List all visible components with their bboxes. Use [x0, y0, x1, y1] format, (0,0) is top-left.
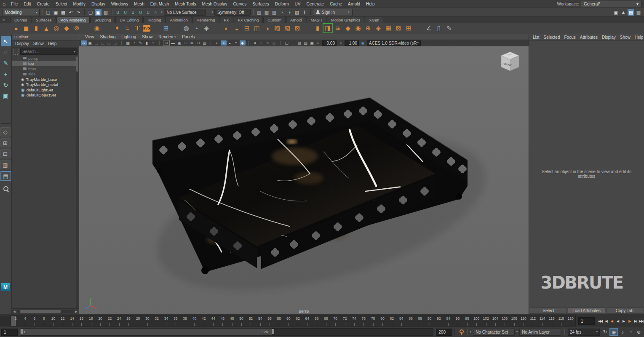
shelf-tab[interactable]: XGen [365, 17, 383, 23]
live-surface-field[interactable]: No Live Surface [164, 9, 206, 16]
pause-viewport-icon[interactable]: ‖ [301, 9, 308, 16]
shelf-tab[interactable]: Animation [166, 17, 192, 23]
combine-icon[interactable]: ⊟ [242, 24, 251, 33]
svg-icon[interactable]: SVG [143, 25, 150, 32]
shelf-tab[interactable]: Curves [10, 17, 31, 23]
shelf-tab[interactable]: Rendering [192, 17, 219, 23]
modeling-toolkit-shelf-icon[interactable]: ⊞ [161, 24, 171, 33]
menubar-item[interactable]: Modify [70, 1, 88, 7]
chevron-down-icon[interactable]: ▾ [470, 330, 472, 334]
outliner-item[interactable]: side [12, 72, 79, 77]
hypershade-icon[interactable]: ◑ [286, 9, 293, 16]
shelf-tab[interactable]: MASH [307, 17, 326, 23]
magnifier-icon[interactable] [3, 186, 8, 191]
menubar-item[interactable]: Deform [272, 1, 292, 7]
shelf-tab[interactable]: Surfaces [32, 17, 56, 23]
poly-disc-icon[interactable]: ⊗ [72, 24, 81, 33]
div4[interactable] [171, 24, 181, 33]
edit-edge-flow-icon[interactable]: ∠ [424, 24, 433, 33]
poly-cube-icon[interactable]: ◼ [21, 24, 31, 33]
outliner-item[interactable]: defaultObjectSet [12, 93, 79, 98]
viewport-menu-item[interactable]: View [83, 35, 97, 39]
plus-icon[interactable]: + [150, 40, 156, 45]
slide-edge-icon[interactable]: ▯ [434, 24, 444, 33]
shelf-menu-icon[interactable]: ≡ [3, 18, 5, 22]
outliner-item[interactable]: TrayMarble_base [12, 77, 79, 82]
menubar-item[interactable]: Edit [21, 1, 34, 7]
chevron-down-icon[interactable]: ▾ [212, 11, 214, 14]
step-back-frame-button[interactable]: ◀| [609, 318, 615, 324]
bookmark-icon[interactable]: ▢ [106, 40, 112, 45]
menubar-item[interactable]: Display [88, 1, 108, 7]
viewport-menu-item[interactable]: Renderer [156, 35, 179, 39]
animation-end-field[interactable]: 200 [436, 329, 452, 336]
layout-single-pane-icon[interactable]: ◇ [0, 127, 11, 136]
gamma-field[interactable]: 1.00 [345, 40, 359, 46]
target-weld-icon[interactable]: ⊕ [363, 24, 373, 33]
workspace-select[interactable]: General* ▾ [581, 1, 641, 7]
outliner-item[interactable]: persp [12, 56, 79, 61]
scroll-left-icon[interactable]: ◀ [12, 310, 17, 313]
tool-settings-icon[interactable]: ▥ [635, 9, 642, 16]
outliner-item[interactable]: top [12, 61, 79, 67]
set-key-icon[interactable] [459, 329, 462, 334]
snap-curve-icon[interactable]: ∪ [122, 9, 129, 16]
lasso-select-tool-icon[interactable]: ◌ [1, 47, 11, 57]
snap-point-icon[interactable]: ∪ [130, 9, 136, 16]
menubar-item[interactable]: Arnold [345, 1, 363, 7]
fill-hole-icon[interactable]: ▨ [273, 24, 282, 33]
attribute-editor-button[interactable]: Select [530, 308, 567, 314]
extrude-icon[interactable]: ▮ [313, 24, 322, 33]
vdiv6[interactable]: | [290, 40, 296, 45]
lock-camera-icon[interactable]: ▢ [94, 40, 99, 45]
wireframe-icon[interactable]: ◐ [214, 40, 220, 45]
menubar-item[interactable]: Mesh Tools [172, 1, 199, 7]
quad-draw-icon[interactable]: ▦ [384, 24, 393, 33]
playback-loop-icon[interactable]: ↻ [601, 329, 609, 335]
sign-in-button[interactable]: Sign In ▾ [313, 9, 353, 16]
menubar-item[interactable]: Mesh [131, 1, 147, 7]
character-controls-icon[interactable]: ▲ [620, 9, 627, 16]
camera-attributes-icon[interactable]: ▢ [100, 40, 106, 45]
menubar-item[interactable]: Create [34, 1, 53, 7]
colorspace-select[interactable]: ACES 1.0 SDR-video (sRGB) ▾ [367, 40, 421, 46]
range-slider-selected[interactable]: 1 120 [20, 329, 272, 335]
shelf-tab[interactable]: Arnold [286, 17, 306, 23]
menubar-item[interactable]: Cache [327, 1, 345, 7]
camera-icon[interactable]: ▦ [125, 40, 131, 45]
open-scene-icon[interactable]: ▣ [52, 9, 59, 16]
renderer-select-icon[interactable]: A [81, 40, 87, 45]
viewport-menu-item[interactable]: Lighting [119, 35, 139, 39]
attribute-editor-icon[interactable]: ▤ [628, 9, 634, 16]
scroll-right-icon[interactable]: ▶ [74, 310, 79, 313]
menubar-item[interactable]: Help [363, 1, 378, 7]
move-tool-icon[interactable]: + [1, 69, 11, 79]
menubar-item[interactable]: Surfaces [249, 1, 272, 7]
character-set-select[interactable]: No Character Set [473, 329, 515, 336]
menubar-item[interactable]: File [8, 1, 21, 7]
remesh-icon[interactable]: ⊠ [293, 24, 302, 33]
attribute-editor-menu-item[interactable]: Attributes [578, 35, 600, 40]
exposure-icon[interactable]: ◐ [315, 40, 321, 45]
menubar-item[interactable]: Generate [303, 1, 327, 7]
snap-view-plane-icon[interactable]: ∪ [145, 9, 152, 16]
animation-start-field[interactable]: 1 [1, 329, 18, 336]
select-object-icon[interactable]: ▣ [95, 9, 102, 16]
anim-prefs-clock-icon[interactable]: ◔ [627, 329, 634, 335]
step-back-key-button[interactable]: |◀ [603, 318, 609, 324]
select-component-icon[interactable]: ▥ [102, 9, 109, 16]
wireframe-on-shaded-icon[interactable]: ◈ [240, 40, 246, 45]
select-hierarchy-icon[interactable]: ▢ [87, 9, 94, 16]
attribute-editor-menu-item[interactable]: Focus [562, 35, 577, 40]
poly-plane-icon[interactable]: ◆ [62, 24, 71, 33]
current-frame-field[interactable]: 1 [578, 317, 595, 325]
attribute-editor-menu-item[interactable]: Help [633, 35, 644, 40]
render-view-icon[interactable]: ▥ [256, 9, 262, 16]
project-curve-icon[interactable]: ◆ [343, 24, 353, 33]
select-tool-icon[interactable]: ↖ [1, 36, 11, 46]
viewport-canvas[interactable]: FRONT TOP persp [79, 46, 529, 314]
outliner-item[interactable]: defaultLightSet [12, 87, 79, 93]
layout-outliner-persp-icon[interactable]: ▤ [0, 171, 11, 181]
render-current-icon[interactable]: ▥ [263, 9, 270, 16]
crease-icon[interactable]: ◈ [374, 24, 383, 33]
